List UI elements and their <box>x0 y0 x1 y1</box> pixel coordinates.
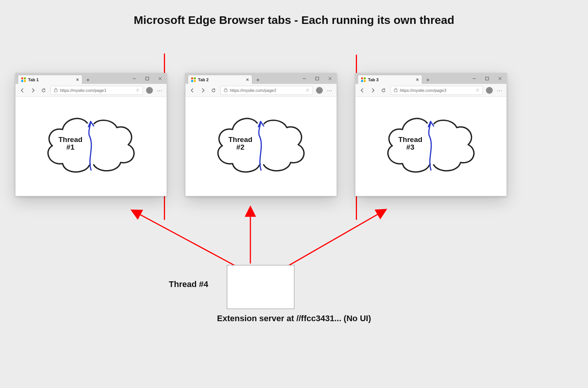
svg-rect-11 <box>191 80 193 82</box>
thread-cloud-graphic: Thread#2 <box>212 112 310 181</box>
browser-window-1: Tab 1 × + https://mysite.com/page1 ☆ ··· <box>15 73 167 196</box>
window-controls <box>128 73 167 84</box>
svg-rect-8 <box>54 90 57 92</box>
more-menu-button[interactable]: ··· <box>496 87 503 93</box>
diagram-title: Microsoft Edge Browser tabs - Each runni… <box>0 14 588 27</box>
forward-button[interactable] <box>369 87 377 94</box>
svg-rect-0 <box>21 77 23 79</box>
edge-favicon-icon <box>191 77 196 82</box>
svg-rect-5 <box>146 77 149 80</box>
more-menu-button[interactable]: ··· <box>156 87 164 93</box>
lock-icon <box>54 88 58 93</box>
close-button[interactable] <box>494 73 506 84</box>
address-bar[interactable]: https://mysite.com/page1 ☆ <box>50 86 143 95</box>
tab-close-icon[interactable]: × <box>76 77 79 82</box>
lock-icon <box>394 88 398 93</box>
thread4-label: Thread #4 <box>169 279 208 289</box>
thread-label: Thread#2 <box>228 136 252 152</box>
toolbar: https://mysite.com/page3 ☆ ··· <box>355 84 506 97</box>
window-controls <box>468 73 506 84</box>
back-button[interactable] <box>358 87 366 94</box>
new-tab-button[interactable]: + <box>84 76 92 83</box>
svg-rect-26 <box>394 90 397 92</box>
svg-rect-10 <box>194 77 196 79</box>
more-menu-button[interactable]: ··· <box>326 87 333 93</box>
forward-button[interactable] <box>199 87 207 94</box>
extension-server-box <box>227 265 294 309</box>
window-controls <box>298 73 336 84</box>
titlebar: Tab 1 × + <box>16 73 167 84</box>
arrow-to-tab1 <box>138 214 235 266</box>
page-viewport: Thread#3 <box>355 97 506 196</box>
tab-close-icon[interactable]: × <box>246 77 249 82</box>
new-tab-button[interactable]: + <box>424 76 432 83</box>
profile-avatar[interactable] <box>146 87 153 94</box>
page-viewport: Thread#1 <box>16 97 167 196</box>
toolbar: https://mysite.com/page2 ☆ ··· <box>186 84 336 97</box>
refresh-button[interactable] <box>40 87 47 94</box>
svg-rect-19 <box>364 77 366 79</box>
back-button[interactable] <box>189 87 196 94</box>
address-bar[interactable]: https://mysite.com/page2 ☆ <box>220 86 313 95</box>
url-text: https://mysite.com/page2 <box>230 88 303 93</box>
arrow-to-tab3 <box>288 213 379 266</box>
browser-window-3: Tab 3 × + https://mysite.com/page3 ☆ ··· <box>355 73 507 196</box>
favorite-star-icon[interactable]: ☆ <box>476 88 480 93</box>
titlebar: Tab 2 × + <box>186 73 336 84</box>
thread-label: Thread#3 <box>398 136 422 152</box>
minimize-button[interactable] <box>298 73 311 84</box>
tab-title: Tab 2 <box>198 77 244 82</box>
svg-rect-2 <box>21 80 23 82</box>
lock-icon <box>224 88 228 93</box>
titlebar: Tab 3 × + <box>355 73 506 84</box>
refresh-button[interactable] <box>210 87 217 94</box>
minimize-button[interactable] <box>468 73 481 84</box>
svg-rect-17 <box>224 90 227 92</box>
browser-window-2: Tab 2 × + https://mysite.com/page2 ☆ ··· <box>185 73 337 196</box>
svg-rect-14 <box>316 77 319 80</box>
maximize-button[interactable] <box>311 73 324 84</box>
tab-close-icon[interactable]: × <box>416 77 419 82</box>
thread-cloud-graphic: Thread#1 <box>42 112 140 181</box>
edge-favicon-icon <box>21 77 26 82</box>
browser-tab[interactable]: Tab 3 × <box>358 75 422 84</box>
url-text: https://mysite.com/page1 <box>60 88 134 93</box>
thread-label: Thread#1 <box>58 136 82 152</box>
profile-avatar[interactable] <box>486 87 493 94</box>
favorite-star-icon[interactable]: ☆ <box>136 88 140 93</box>
favorite-star-icon[interactable]: ☆ <box>306 88 310 93</box>
refresh-button[interactable] <box>380 87 387 94</box>
maximize-button[interactable] <box>141 73 154 84</box>
url-text: https://mysite.com/page3 <box>400 88 473 93</box>
svg-rect-9 <box>191 77 193 79</box>
close-button[interactable] <box>324 73 336 84</box>
svg-rect-3 <box>24 80 26 82</box>
edge-favicon-icon <box>361 77 366 82</box>
browser-tab[interactable]: Tab 1 × <box>18 75 82 84</box>
thread-cloud-graphic: Thread#3 <box>382 112 480 181</box>
tab-title: Tab 1 <box>28 77 74 82</box>
svg-rect-18 <box>361 77 363 79</box>
svg-rect-21 <box>364 80 366 82</box>
toolbar: https://mysite.com/page1 ☆ ··· <box>16 84 167 97</box>
profile-avatar[interactable] <box>316 87 323 94</box>
back-button[interactable] <box>19 87 26 94</box>
extension-caption: Extension server at //ffcc3431... (No UI… <box>0 314 588 323</box>
tab-title: Tab 3 <box>368 77 413 82</box>
address-bar[interactable]: https://mysite.com/page3 ☆ <box>390 86 483 95</box>
minimize-button[interactable] <box>128 73 141 84</box>
svg-rect-1 <box>24 77 26 79</box>
new-tab-button[interactable]: + <box>254 76 262 83</box>
forward-button[interactable] <box>29 87 37 94</box>
browser-tab[interactable]: Tab 2 × <box>188 75 252 84</box>
svg-rect-23 <box>486 77 489 80</box>
svg-rect-12 <box>194 80 196 82</box>
page-viewport: Thread#2 <box>186 97 336 196</box>
maximize-button[interactable] <box>481 73 494 84</box>
close-button[interactable] <box>154 73 167 84</box>
svg-rect-20 <box>361 80 363 82</box>
